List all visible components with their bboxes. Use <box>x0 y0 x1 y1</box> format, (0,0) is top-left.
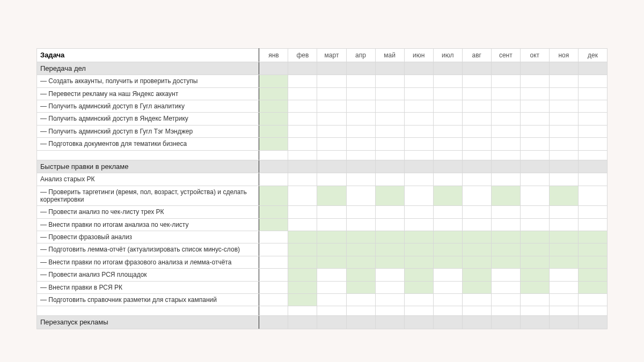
month-cell <box>549 269 578 281</box>
month-cell <box>491 206 520 218</box>
spacer-month-cell <box>549 306 578 316</box>
month-cell <box>317 125 346 137</box>
month-cell <box>375 87 404 100</box>
gantt-table: Задача янв фев март апр май июн июл авг … <box>36 48 608 329</box>
month-cell <box>549 100 578 112</box>
month-cell <box>462 125 491 137</box>
month-cell <box>259 231 288 243</box>
month-cell <box>549 75 578 87</box>
month-cell <box>549 125 578 137</box>
month-cell <box>404 281 433 293</box>
month-cell <box>375 206 404 218</box>
month-cell <box>375 125 404 137</box>
month-cell <box>578 173 607 186</box>
task-label: — Провести фразовый анализ <box>37 231 259 243</box>
month-cell <box>259 87 288 100</box>
month-cell <box>346 173 375 186</box>
month-cell <box>346 243 375 256</box>
month-cell <box>578 100 607 112</box>
month-cell <box>404 294 433 306</box>
spacer-month-cell <box>259 306 288 316</box>
month-cell <box>317 218 346 231</box>
month-cell <box>433 294 462 306</box>
month-cell <box>317 206 346 218</box>
month-cell <box>317 186 346 206</box>
month-cell <box>404 218 433 231</box>
month-cell <box>259 269 288 281</box>
table-row: — Получить админский доступ в Яндекс Мет… <box>37 113 608 125</box>
month-cell <box>520 100 549 112</box>
month-cell <box>578 256 607 268</box>
spacer-month-cell <box>433 306 462 316</box>
month-cell <box>549 218 578 231</box>
month-cell <box>520 75 549 87</box>
task-label: — Провести анализ по чек-листу трех РК <box>37 206 259 218</box>
month-cell <box>491 243 520 256</box>
month-cell <box>375 138 404 150</box>
month-cell <box>346 231 375 243</box>
month-cell <box>404 113 433 125</box>
task-label: — Получить админский доступ в Яндекс Мет… <box>37 113 259 125</box>
month-cell <box>259 281 288 293</box>
section-month-cell <box>288 160 317 173</box>
task-label: — Проверить таргетинги (время, пол, возр… <box>37 186 259 206</box>
month-cell <box>433 218 462 231</box>
month-cell <box>346 100 375 112</box>
month-cell <box>346 256 375 268</box>
month-cell <box>520 256 549 268</box>
spacer-row <box>37 306 608 316</box>
month-cell <box>404 206 433 218</box>
month-cell <box>578 138 607 150</box>
section-month-cell <box>491 62 520 75</box>
month-cell <box>346 125 375 137</box>
month-cell <box>433 113 462 125</box>
section-month-cell <box>317 62 346 75</box>
month-cell <box>375 269 404 281</box>
task-label: — Провести анализ РСЯ площадок <box>37 269 259 281</box>
month-cell <box>549 243 578 256</box>
month-cell <box>404 256 433 268</box>
month-cell <box>317 138 346 150</box>
month-cell <box>288 218 317 231</box>
section-month-cell <box>346 160 375 173</box>
month-cell <box>288 75 317 87</box>
spacer-cell <box>37 150 259 160</box>
spacer-month-cell <box>346 150 375 160</box>
month-cell <box>491 294 520 306</box>
month-cell <box>288 269 317 281</box>
col-header-month: март <box>317 49 346 62</box>
month-cell <box>288 87 317 100</box>
month-cell <box>491 218 520 231</box>
section-month-cell <box>578 160 607 173</box>
month-cell <box>404 186 433 206</box>
month-cell <box>549 206 578 218</box>
month-cell <box>520 243 549 256</box>
month-cell <box>462 218 491 231</box>
month-cell <box>375 75 404 87</box>
month-cell <box>491 87 520 100</box>
month-cell <box>520 138 549 150</box>
spacer-month-cell <box>317 306 346 316</box>
month-cell <box>404 173 433 186</box>
col-header-task: Задача <box>37 49 259 62</box>
table-row: — Получить админский доступ в Гугл Тэг М… <box>37 125 608 137</box>
section-row: Передача дел <box>37 62 608 75</box>
month-cell <box>462 75 491 87</box>
table-row: — Провести анализ по чек-листу трех РК <box>37 206 608 218</box>
month-cell <box>462 138 491 150</box>
month-cell <box>317 231 346 243</box>
month-cell <box>346 269 375 281</box>
table-row: — Подготовить справочник разметки для ст… <box>37 294 608 306</box>
month-cell <box>433 243 462 256</box>
month-cell <box>375 256 404 268</box>
month-cell <box>317 294 346 306</box>
month-cell <box>346 218 375 231</box>
month-cell <box>578 269 607 281</box>
month-cell <box>375 186 404 206</box>
month-cell <box>578 125 607 137</box>
spacer-month-cell <box>520 306 549 316</box>
month-cell <box>578 186 607 206</box>
month-cell <box>288 206 317 218</box>
month-cell <box>462 173 491 186</box>
col-header-month: сент <box>491 49 520 62</box>
